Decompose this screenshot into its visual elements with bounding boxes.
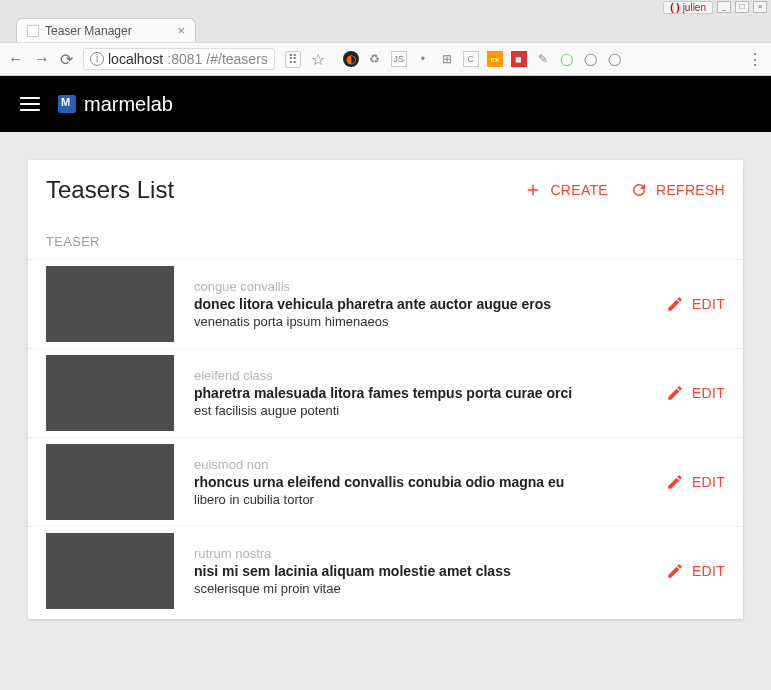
browser-menu-button[interactable]: ⋮	[747, 50, 763, 69]
edit-label: EDIT	[692, 385, 725, 401]
close-icon[interactable]: ×	[177, 23, 185, 38]
forward-button[interactable]: →	[34, 50, 50, 68]
teaser-subtitle: scelerisque mi proin vitae	[194, 581, 646, 596]
brand-text: marmelab	[84, 93, 173, 116]
teaser-body: eleifend classpharetra malesuada litora …	[194, 368, 646, 418]
extension-icon[interactable]: •	[415, 51, 431, 67]
teaser-thumbnail	[46, 533, 174, 609]
edit-button[interactable]: EDIT	[666, 295, 725, 313]
reload-button[interactable]: ⟳	[60, 50, 73, 69]
teaser-thumbnail	[46, 266, 174, 342]
menu-icon[interactable]	[20, 97, 40, 111]
url-host: localhost	[108, 51, 163, 67]
url-port: :8081	[167, 51, 202, 67]
pencil-icon	[666, 562, 684, 580]
os-username: julien	[683, 2, 706, 13]
list-card: Teasers List CREATE REFRESH TEASER congu…	[28, 160, 743, 619]
extension-icon[interactable]: ◯	[583, 51, 599, 67]
window-maximize-button[interactable]: □	[735, 1, 749, 13]
teaser-subtitle: venenatis porta ipsum himenaeos	[194, 314, 646, 329]
url-path: /#/teasers	[206, 51, 267, 67]
os-title-bar: ( ) julien _ □ ×	[0, 0, 771, 14]
bookmark-icon[interactable]: ☆	[311, 50, 325, 69]
edit-button[interactable]: EDIT	[666, 473, 725, 491]
teaser-subtitle: est facilisis augue potenti	[194, 403, 646, 418]
os-user-badge: ( ) julien	[663, 1, 713, 14]
edit-label: EDIT	[692, 296, 725, 312]
extension-icon[interactable]: C	[463, 51, 479, 67]
edit-label: EDIT	[692, 474, 725, 490]
teaser-kicker: eleifend class	[194, 368, 646, 383]
extension-icon[interactable]: ♻	[367, 51, 383, 67]
edit-label: EDIT	[692, 563, 725, 579]
column-header: TEASER	[28, 210, 743, 259]
teaser-kicker: rutrum nostra	[194, 546, 646, 561]
refresh-icon	[630, 181, 648, 199]
page-canvas: Teasers List CREATE REFRESH TEASER congu…	[0, 132, 771, 690]
extension-icon[interactable]: JS	[391, 51, 407, 67]
card-header: Teasers List CREATE REFRESH	[28, 160, 743, 210]
teaser-subtitle: libero in cubilia tortor	[194, 492, 646, 507]
teaser-thumbnail	[46, 444, 174, 520]
app-brand[interactable]: marmelab	[58, 93, 173, 116]
pencil-icon	[666, 384, 684, 402]
edit-button[interactable]: EDIT	[666, 562, 725, 580]
refresh-button[interactable]: REFRESH	[630, 181, 725, 199]
extension-icon[interactable]: ⊞	[439, 51, 455, 67]
teaser-kicker: congue convallis	[194, 279, 646, 294]
extension-icon[interactable]: ◯	[559, 51, 575, 67]
extension-icon[interactable]: ✎	[535, 51, 551, 67]
teaser-title: donec litora vehicula pharetra ante auct…	[194, 296, 646, 312]
rows-container: congue convallisdonec litora vehicula ph…	[28, 259, 743, 615]
extension-icon[interactable]: ◐	[343, 51, 359, 67]
page-title: Teasers List	[46, 176, 174, 204]
browser-tab[interactable]: Teaser Manager ×	[16, 18, 196, 42]
window-close-button[interactable]: ×	[753, 1, 767, 13]
card-actions: CREATE REFRESH	[524, 181, 725, 199]
brand-logo-icon	[58, 95, 76, 113]
refresh-label: REFRESH	[656, 182, 725, 198]
translate-icon[interactable]: ⠿	[285, 51, 301, 68]
tab-title: Teaser Manager	[45, 24, 132, 38]
teaser-body: congue convallisdonec litora vehicula ph…	[194, 279, 646, 329]
plus-icon	[524, 181, 542, 199]
teaser-thumbnail	[46, 355, 174, 431]
create-button[interactable]: CREATE	[524, 181, 608, 199]
extension-icons: ◐ ♻ JS • ⊞ C ex ◼ ✎ ◯ ◯ ◯	[343, 51, 623, 67]
browser-tab-strip: Teaser Manager ×	[0, 14, 771, 42]
teaser-title: rhoncus urna eleifend convallis conubia …	[194, 474, 646, 490]
app-header: marmelab	[0, 76, 771, 132]
address-bar[interactable]: i localhost:8081/#/teasers	[83, 48, 275, 70]
teaser-title: pharetra malesuada litora fames tempus p…	[194, 385, 646, 401]
teaser-kicker: euismod non	[194, 457, 646, 472]
table-row: eleifend classpharetra malesuada litora …	[28, 348, 743, 437]
window-minimize-button[interactable]: _	[717, 1, 731, 13]
table-row: congue convallisdonec litora vehicula ph…	[28, 259, 743, 348]
table-row: rutrum nostranisi mi sem lacinia aliquam…	[28, 526, 743, 615]
edit-button[interactable]: EDIT	[666, 384, 725, 402]
pencil-icon	[666, 473, 684, 491]
pencil-icon	[666, 295, 684, 313]
teaser-body: euismod nonrhoncus urna eleifend convall…	[194, 457, 646, 507]
extension-icon[interactable]: ex	[487, 51, 503, 67]
table-row: euismod nonrhoncus urna eleifend convall…	[28, 437, 743, 526]
info-icon[interactable]: i	[90, 52, 104, 66]
browser-toolbar: ← → ⟳ i localhost:8081/#/teasers ⠿ ☆ ◐ ♻…	[0, 42, 771, 76]
create-label: CREATE	[550, 182, 608, 198]
teaser-title: nisi mi sem lacinia aliquam molestie ame…	[194, 563, 646, 579]
back-button[interactable]: ←	[8, 50, 24, 68]
teaser-body: rutrum nostranisi mi sem lacinia aliquam…	[194, 546, 646, 596]
extension-icon[interactable]: ◯	[607, 51, 623, 67]
extension-icon[interactable]: ◼	[511, 51, 527, 67]
favicon	[27, 25, 39, 37]
parentheses-icon: ( )	[670, 2, 679, 13]
